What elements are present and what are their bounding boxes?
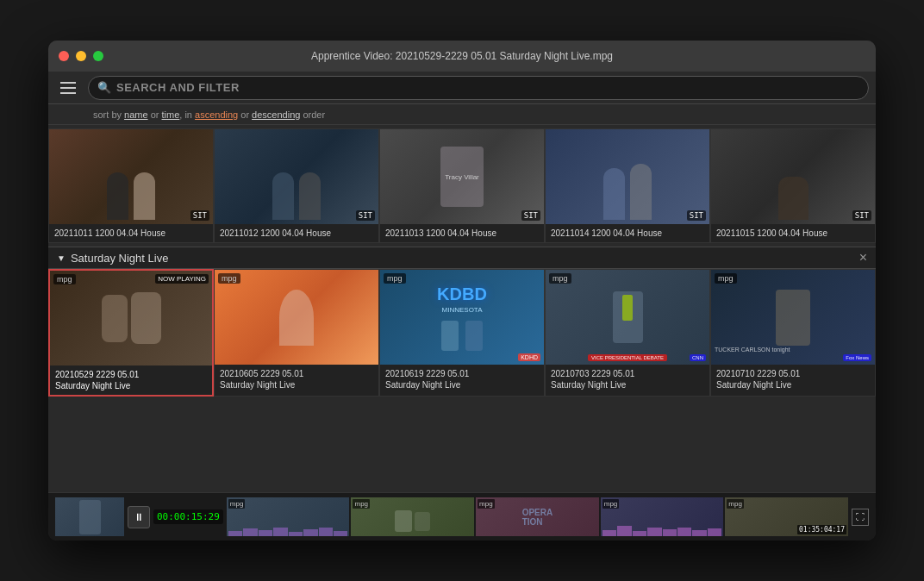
maximize-button[interactable]	[93, 51, 103, 61]
mini-mpg-label: mpg	[727, 499, 744, 509]
house-video-card-5[interactable]: SIT 20211015 1200 04.04 House	[710, 128, 876, 243]
mini-mpg-label: mpg	[602, 499, 620, 509]
snl-video-info-2: 20210605 2229 05.01 Saturday Night Live	[215, 365, 378, 394]
player-mini-thumb-5[interactable]: mpg 01:35:04:17	[725, 497, 848, 536]
snl-video-label1-5: 20210710 2229 05.01	[716, 368, 870, 379]
search-bar[interactable]: 🔍 SEARCH AND FILTER	[88, 76, 869, 100]
thumb-overlay: SIT	[356, 210, 375, 221]
thumb-overlay: SIT	[190, 210, 209, 221]
sort-prefix: sort by	[93, 109, 122, 120]
house-video-label-2: 20211012 1200 04.04 House	[220, 228, 331, 238]
house-video-label-4: 20211014 1200 04.04 House	[551, 228, 662, 238]
figure	[134, 172, 155, 220]
house-video-grid: SIT 20211011 1200 04.04 House SIT 202110…	[48, 125, 876, 247]
fullscreen-button[interactable]: ⛶	[852, 509, 869, 526]
house-video-card-1[interactable]: SIT 20211011 1200 04.04 House	[48, 128, 214, 243]
figure	[272, 172, 294, 220]
section-chevron-icon: ▼	[57, 253, 66, 263]
snl-section-title: ▼ Saturday Night Live	[57, 252, 168, 265]
minimize-button[interactable]	[76, 51, 86, 61]
house-video-card-4[interactable]: SIT 20211014 1200 04.04 House	[545, 128, 710, 243]
sort-by-time[interactable]: time	[162, 109, 180, 120]
player-mini-grid: mpg mpg	[227, 497, 848, 536]
now-playing-badge: NOW PLAYING	[155, 274, 209, 284]
snl-thumbnail-1: mpg NOW PLAYING	[50, 271, 212, 365]
sort-by-name[interactable]: name	[124, 109, 148, 120]
snl-video-label2-4: Saturday Night Live	[551, 379, 704, 390]
snl-video-info-3: 20210619 2229 05.01 Saturday Night Live	[380, 365, 544, 394]
section-close-button[interactable]: ×	[859, 251, 867, 265]
sort-comma: ,	[179, 109, 182, 120]
snl-section-header: ▼ Saturday Night Live ×	[48, 247, 876, 269]
sort-ascending[interactable]: ascending	[195, 109, 238, 120]
figure	[630, 164, 652, 220]
figure	[107, 172, 128, 220]
snl-video-card-1[interactable]: mpg NOW PLAYING 20210529 2229 05.01 Satu…	[48, 269, 214, 397]
player-timecode: 00:00:15:29	[153, 509, 223, 524]
mini-mpg-label: mpg	[228, 499, 246, 509]
figure	[778, 177, 808, 220]
house-video-card-2[interactable]: SIT 20211012 1200 04.04 House	[214, 128, 379, 243]
sort-or2: or	[240, 109, 249, 120]
player-mini-thumb-1[interactable]: mpg	[227, 497, 350, 536]
player-controls: ⏸ 00:00:15:29	[128, 506, 223, 528]
snl-video-label2-3: Saturday Night Live	[385, 379, 539, 390]
house-thumbnail-2: SIT	[215, 129, 378, 224]
snl-video-info-4: 20210703 2229 05.01 Saturday Night Live	[546, 365, 709, 394]
snl-video-card-3[interactable]: mpg KDBD MINNESOTA KDHD 20210619 2229 05…	[379, 269, 545, 397]
play-pause-button[interactable]: ⏸	[128, 506, 150, 528]
house-thumbnail-3: Tracy Villar SIT	[380, 129, 544, 224]
snl-video-label1-4: 20210703 2229 05.01	[551, 368, 704, 379]
tucker-label: TUCKER CARLSON tonight	[715, 347, 790, 353]
app-window: Apprentice Video: 20210529-2229 05.01 Sa…	[48, 41, 876, 540]
snl-title-text: Saturday Night Live	[71, 252, 168, 265]
snl-thumbnail-5: mpg Fox News TUCKER CARLSON tonight	[711, 270, 875, 365]
player-mini-thumb-2[interactable]: mpg	[351, 497, 474, 536]
house-video-info-1: 20211011 1200 04.04 House	[49, 224, 213, 242]
house-video-label-1: 20211011 1200 04.04 House	[54, 228, 165, 238]
snl-video-card-2[interactable]: mpg 20210605 2229 05.01 Saturday Night L…	[214, 269, 379, 397]
player-bar: ⏸ 00:00:15:29 mpg mpg	[48, 492, 876, 540]
snl-video-card-5[interactable]: mpg Fox News TUCKER CARLSON tonight 2021…	[710, 269, 876, 397]
waveform-2	[601, 523, 724, 536]
mpg-label: mpg	[549, 273, 571, 284]
search-placeholder: SEARCH AND FILTER	[116, 81, 240, 94]
search-icon: 🔍	[97, 81, 111, 94]
house-video-card-3[interactable]: Tracy Villar SIT 20211013 1200 04.04 Hou…	[379, 128, 545, 243]
sort-descending[interactable]: descending	[252, 109, 300, 120]
sort-or1: or	[151, 109, 159, 120]
house-video-info-3: 20211013 1200 04.04 House	[380, 224, 544, 242]
snl-video-label1-1: 20210529 2229 05.01	[55, 369, 207, 380]
snl-video-card-4[interactable]: mpg VICE PRESIDENTIAL DEBATE CNN 2021070…	[545, 269, 710, 397]
mini-mpg-label: mpg	[478, 499, 495, 509]
house-thumbnail-4: SIT	[546, 129, 709, 224]
snl-thumbnail-3: mpg KDBD MINNESOTA KDHD	[380, 270, 544, 365]
toolbar: 🔍 SEARCH AND FILTER	[48, 72, 876, 104]
player-mini-thumb-4[interactable]: mpg	[601, 497, 724, 536]
house-video-info-5: 20211015 1200 04.04 House	[711, 224, 875, 242]
snl-video-label1-2: 20210605 2229 05.01	[220, 368, 373, 379]
figure	[603, 168, 625, 220]
house-video-label-3: 20211013 1200 04.04 House	[385, 228, 496, 238]
window-title: Apprentice Video: 20210529-2229 05.01 Sa…	[311, 50, 613, 62]
thumb-overlay: SIT	[852, 210, 871, 221]
hamburger-line	[60, 87, 76, 89]
figure	[299, 172, 321, 220]
sort-in: in	[184, 109, 192, 120]
snl-video-info-1: 20210529 2229 05.01 Saturday Night Live	[50, 365, 212, 395]
snl-thumbnail-4: mpg VICE PRESIDENTIAL DEBATE CNN	[546, 270, 709, 365]
snl-thumbnail-2: mpg	[215, 270, 378, 365]
snl-video-label1-3: 20210619 2229 05.01	[385, 368, 539, 379]
fullscreen-icon: ⛶	[856, 512, 865, 522]
house-thumbnail-1: SIT	[49, 129, 213, 224]
snl-video-label2-5: Saturday Night Live	[716, 379, 870, 390]
snl-video-grid: mpg NOW PLAYING 20210529 2229 05.01 Satu…	[48, 269, 876, 397]
fox-badge: Fox News	[843, 354, 871, 361]
snl-video-label2-2: Saturday Night Live	[220, 379, 373, 390]
kdhd-badge: KDHD	[518, 353, 540, 361]
mpg-label: mpg	[384, 273, 406, 284]
hamburger-button[interactable]	[55, 75, 81, 101]
close-button[interactable]	[59, 51, 69, 61]
mpg-label: mpg	[218, 273, 240, 284]
player-mini-thumb-3[interactable]: mpg OPERATION	[476, 497, 599, 536]
